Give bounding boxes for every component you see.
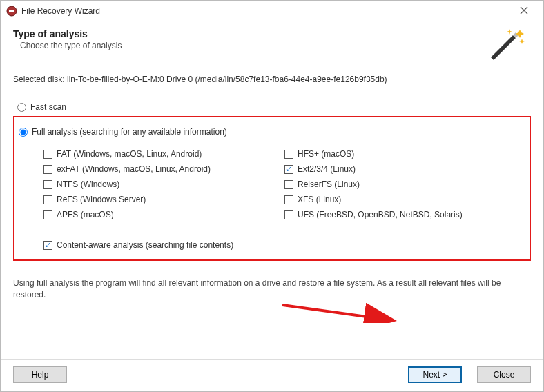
hint-text: Using full analysis the program will fin… [13, 277, 531, 301]
arrow-overlay [13, 304, 531, 323]
svg-line-2 [282, 305, 391, 320]
checkbox-fat[interactable] [43, 150, 52, 159]
header-text: Type of analysis Choose the type of anal… [13, 28, 488, 50]
full-analysis-label: Full analysis (searching for any availab… [32, 127, 227, 137]
wizard-window: File Recovery Wizard Type of analysis Ch… [0, 0, 544, 392]
svg-rect-1 [9, 10, 14, 12]
checkbox-hfs[interactable] [284, 150, 293, 159]
fs-refs[interactable]: ReFS (Windows Server) [43, 195, 284, 204]
checkbox-ufs[interactable] [284, 210, 293, 219]
fs-xfs[interactable]: XFS (Linux) [284, 195, 525, 204]
fs-ntfs[interactable]: NTFS (Windows) [43, 179, 284, 189]
checkbox-reiser[interactable] [284, 180, 293, 189]
fs-ext[interactable]: Ext2/3/4 (Linux) [284, 164, 525, 174]
fs-apfs[interactable]: APFS (macOS) [43, 210, 284, 219]
fs-hfs[interactable]: HFS+ (macOS) [284, 149, 525, 159]
checkbox-xfs[interactable] [284, 195, 293, 204]
fs-ufs[interactable]: UFS (FreeBSD, OpenBSD, NetBSD, Solaris) [284, 210, 525, 219]
titlebar: File Recovery Wizard [1, 1, 543, 21]
wizard-wand-icon [488, 28, 527, 60]
divider [1, 66, 543, 66]
checkbox-content-aware[interactable] [43, 241, 52, 250]
close-button[interactable]: Close [477, 366, 531, 383]
content-area: Selected disk: lin-To-be-filled-by-O-E-M… [1, 72, 543, 359]
page-subheading: Choose the type of analysis [13, 41, 488, 50]
wizard-header: Type of analysis Choose the type of anal… [1, 21, 543, 64]
window-title: File Recovery Wizard [21, 6, 510, 16]
window-close-button[interactable] [510, 6, 538, 17]
fast-scan-radio[interactable]: Fast scan [17, 102, 531, 112]
full-analysis-radio[interactable]: Full analysis (searching for any availab… [19, 127, 525, 137]
next-button[interactable]: Next > [408, 366, 462, 383]
checkbox-ext[interactable] [284, 165, 293, 174]
app-icon [6, 6, 17, 17]
button-bar: Help Next > Close [1, 359, 543, 391]
content-aware-label: Content-aware analysis (searching file c… [57, 240, 233, 250]
checkbox-apfs[interactable] [43, 210, 52, 219]
filesystem-grid: FAT (Windows, macOS, Linux, Android) exF… [43, 144, 525, 225]
checkbox-refs[interactable] [43, 195, 52, 204]
fs-column-right: HFS+ (macOS) Ext2/3/4 (Linux) ReiserFS (… [284, 144, 525, 225]
close-icon [520, 6, 528, 14]
fs-reiser[interactable]: ReiserFS (Linux) [284, 179, 525, 189]
content-aware-checkbox-row[interactable]: Content-aware analysis (searching file c… [43, 240, 525, 250]
highlight-box: Full analysis (searching for any availab… [13, 116, 531, 261]
annotation-arrow-icon [282, 300, 407, 323]
fs-fat[interactable]: FAT (Windows, macOS, Linux, Android) [43, 149, 284, 159]
help-button[interactable]: Help [13, 366, 67, 383]
selected-disk-label: Selected disk: lin-To-be-filled-by-O-E-M… [13, 75, 531, 84]
page-heading: Type of analysis [13, 28, 488, 39]
checkbox-exfat[interactable] [43, 165, 52, 174]
fs-column-left: FAT (Windows, macOS, Linux, Android) exF… [43, 144, 284, 225]
fs-exfat[interactable]: exFAT (Windows, macOS, Linux, Android) [43, 164, 284, 174]
fast-scan-radio-input[interactable] [17, 103, 26, 112]
full-analysis-radio-input[interactable] [19, 128, 28, 137]
fast-scan-label: Fast scan [30, 102, 66, 112]
checkbox-ntfs[interactable] [43, 180, 52, 189]
